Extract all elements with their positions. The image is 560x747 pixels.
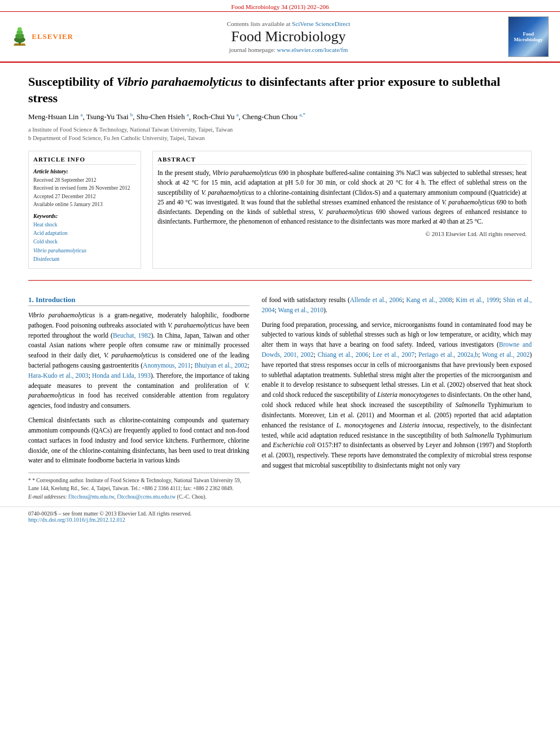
online-date: Available online 5 January 2013 — [33, 200, 136, 208]
footnote-email: E-mail addresses: f3tcchou@ntu.edu.tw, f… — [28, 493, 250, 501]
ref-lee[interactable]: Lee et al., 2007 — [373, 351, 414, 358]
keywords-label: Keywords: — [33, 213, 136, 219]
ref-hara-kudo[interactable]: Hara-Kudo et al., 2003 — [28, 372, 89, 379]
main-content: 1. Introduction Vibrio parahaemolyticus … — [0, 286, 560, 506]
right-para1: of food with satisfactory results (Allen… — [262, 295, 532, 316]
footnote-corresponding: * * Corresponding author. Institute of F… — [28, 477, 250, 493]
ref-beuchat[interactable]: Beuchat, 1982 — [113, 332, 151, 339]
intro-para1: Vibrio parahaemolyticus is a gram-negati… — [28, 311, 250, 411]
section-divider — [28, 280, 532, 281]
ref-bhuiyan[interactable]: Bhuiyan et al., 2002 — [194, 362, 247, 369]
keyword-2: Acid adaptation — [33, 229, 136, 238]
email-link-2[interactable]: f3tcchou@ccms.ntu.edu.tw — [117, 494, 176, 500]
paper-body: Susceptibility of Vibrio parahaemolyticu… — [0, 63, 560, 280]
left-column: 1. Introduction Vibrio parahaemolyticus … — [28, 295, 250, 501]
ref-kang[interactable]: Kang et al., 2008 — [406, 296, 452, 303]
revised-date: Received in revised form 26 November 201… — [33, 184, 136, 192]
doi-line: http://dx.doi.org/10.1016/j.fm.2012.12.0… — [28, 517, 532, 523]
right-para2: During food preparation, processing, and… — [262, 320, 532, 471]
ref-kim[interactable]: Kim et al., 1999 — [456, 296, 500, 303]
journal-cover-label: Food Microbiology — [511, 31, 546, 42]
homepage-link[interactable]: www.elsevier.com/locate/fm — [277, 46, 348, 53]
copyright-line: © 2013 Elsevier Ltd. All rights reserved… — [158, 230, 527, 237]
keywords-list: Heat shock Acid adaptation Cold shock Vi… — [33, 221, 136, 264]
svg-rect-5 — [14, 45, 25, 46]
email-link-1[interactable]: f3tcchou@ntu.edu.tw — [68, 494, 114, 500]
journal-ref-text: Food Microbiology 34 (2013) 202–206 — [231, 3, 329, 10]
homepage-prefix: journal homepage: — [229, 46, 277, 53]
ref-honda[interactable]: Honda and Lida, 1993 — [92, 372, 151, 379]
svg-rect-7 — [20, 43, 25, 45]
affiliations: a Institute of Food Science & Technology… — [28, 125, 532, 143]
title-italic: Vibrio parahaemolyticus — [116, 75, 242, 89]
intro-heading: 1. Introduction — [28, 295, 250, 306]
journal-center-info: Contents lists available at SciVerse Sci… — [73, 20, 504, 53]
doi-link[interactable]: http://dx.doi.org/10.1016/j.fm.2012.12.0… — [28, 517, 125, 523]
journal-cover-logo: Food Microbiology — [504, 16, 549, 57]
svg-point-4 — [18, 27, 22, 31]
sciverse-link[interactable]: SciVerse ScienceDirect — [292, 20, 350, 27]
article-info-box: ARTICLE INFO Article history: Received 2… — [28, 151, 141, 269]
ref-periago[interactable]: Periago et al., 2002a,b — [418, 351, 478, 358]
article-info-heading: ARTICLE INFO — [33, 156, 136, 165]
keyword-5: Disinfectant — [33, 255, 136, 264]
keyword-4: Vibrio parahaemolyticus — [33, 247, 136, 255]
elsevier-label-text: ELSEVIER — [32, 32, 73, 41]
footnote-area: * * Corresponding author. Institute of F… — [28, 473, 250, 501]
issn-line: 0740-0020/$ – see front matter © 2013 El… — [28, 510, 532, 517]
ref-wang[interactable]: Wang et al., 2010 — [278, 307, 323, 313]
accepted-date: Accepted 27 December 2012 — [33, 193, 136, 200]
intro-para2: Chemical disinfectants such as chlorine-… — [28, 416, 250, 466]
paper-title: Susceptibility of Vibrio parahaemolyticu… — [28, 74, 532, 106]
abstract-heading: ABSTRACT — [158, 156, 527, 165]
ref-wong[interactable]: Wong et al., 2002 — [482, 351, 530, 358]
homepage-line: journal homepage: www.elsevier.com/locat… — [73, 46, 504, 53]
sciverse-prefix: Contents lists available at — [227, 20, 292, 27]
svg-rect-6 — [15, 43, 20, 45]
ref-allende[interactable]: Allende et al., 2006 — [350, 296, 403, 303]
authors-line: Meng-Hsuan Lin a, Tsung-Yu Tsai b, Shu-C… — [28, 112, 532, 121]
elsevier-logo-area: ELSEVIER — [11, 20, 73, 54]
ref-anonymous[interactable]: Anonymous, 2011 — [143, 362, 191, 369]
bottom-bar: 0740-0020/$ – see front matter © 2013 El… — [0, 506, 560, 526]
right-column: of food with satisfactory results (Allen… — [262, 295, 532, 501]
received-date: Received 28 September 2012 — [33, 176, 136, 184]
keyword-3: Cold shock — [33, 238, 136, 246]
journal-reference: Food Microbiology 34 (2013) 202–206 — [0, 0, 560, 12]
title-plain: Susceptibility of — [28, 75, 116, 89]
article-history-label: Article history: — [33, 168, 136, 174]
affiliation-a: a Institute of Food Science & Technology… — [28, 125, 532, 134]
ref-chiang[interactable]: Chiang et al., 2006 — [318, 351, 369, 358]
abstract-text: In the present study, Vibrio parahaemoly… — [158, 168, 527, 227]
journal-header: ELSEVIER Contents lists available at Sci… — [0, 12, 560, 63]
journal-cover-image: Food Microbiology — [508, 16, 549, 57]
abstract-box: ABSTRACT In the present study, Vibrio pa… — [152, 151, 532, 269]
affiliation-b: b Department of Food Science, Fu Jen Cat… — [28, 134, 532, 143]
article-dates: Received 28 September 2012 Received in r… — [33, 176, 136, 208]
journal-title: Food Microbiology — [73, 28, 504, 45]
article-info-abstract-section: ARTICLE INFO Article history: Received 2… — [28, 151, 532, 269]
elsevier-tree-icon — [11, 20, 28, 54]
keyword-1: Heat shock — [33, 221, 136, 229]
sciverse-line: Contents lists available at SciVerse Sci… — [73, 20, 504, 27]
